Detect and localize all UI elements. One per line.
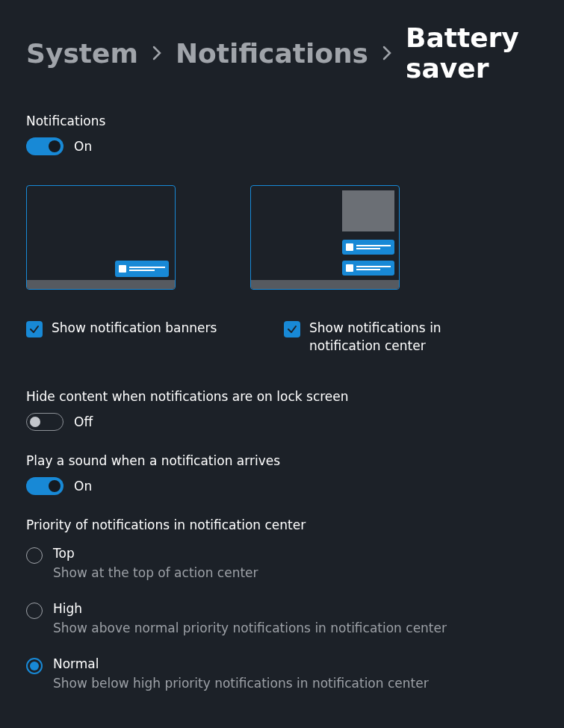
priority-option-desc: Show above normal priority notifications… <box>53 620 447 635</box>
priority-option-title: High <box>53 601 447 616</box>
show-banners-label: Show notification banners <box>52 320 217 337</box>
show-in-center-option[interactable]: Show notifications in notification cente… <box>284 320 493 355</box>
priority-radio-group: Top Show at the top of action center Hig… <box>26 546 538 691</box>
chevron-right-icon <box>382 45 392 61</box>
radio-unselected-icon <box>26 603 43 619</box>
preview-center-item-icon <box>342 261 394 276</box>
hide-content-toggle-state: Off <box>74 414 93 429</box>
preview-center-card[interactable] <box>250 185 400 290</box>
show-banners-option[interactable]: Show notification banners <box>26 320 235 355</box>
play-sound-toggle-state: On <box>74 479 92 494</box>
breadcrumb: System Notifications Battery saver <box>26 22 538 84</box>
checkbox-checked-icon <box>26 321 43 337</box>
priority-option-title: Top <box>53 546 258 561</box>
preview-banner-icon <box>115 261 169 277</box>
priority-option-desc: Show at the top of action center <box>53 565 258 580</box>
radio-unselected-icon <box>26 547 43 564</box>
priority-option-desc: Show below high priority notifications i… <box>53 676 429 691</box>
hide-content-toggle[interactable] <box>26 413 63 431</box>
notifications-toggle-state: On <box>74 139 92 154</box>
play-sound-label: Play a sound when a notification arrives <box>26 453 538 468</box>
radio-selected-icon <box>26 658 43 674</box>
chevron-right-icon <box>152 45 162 61</box>
priority-option-normal[interactable]: Normal Show below high priority notifica… <box>26 656 538 691</box>
preview-taskbar <box>27 280 175 289</box>
preview-center-panel <box>342 190 394 231</box>
play-sound-toggle[interactable] <box>26 477 63 495</box>
breadcrumb-current: Battery saver <box>406 22 538 84</box>
priority-option-title: Normal <box>53 656 429 671</box>
priority-option-high[interactable]: High Show above normal priority notifica… <box>26 601 538 635</box>
priority-option-top[interactable]: Top Show at the top of action center <box>26 546 538 580</box>
preview-center-item-icon <box>342 240 394 255</box>
checkbox-checked-icon <box>284 321 300 337</box>
preview-taskbar <box>251 280 399 289</box>
notifications-toggle[interactable] <box>26 137 63 155</box>
preview-banner-card[interactable] <box>26 185 176 290</box>
breadcrumb-notifications[interactable]: Notifications <box>176 38 368 69</box>
notifications-label: Notifications <box>26 113 538 128</box>
priority-label: Priority of notifications in notificatio… <box>26 517 538 532</box>
breadcrumb-system[interactable]: System <box>26 38 138 69</box>
notification-preview-row <box>26 185 538 290</box>
show-in-center-label: Show notifications in notification cente… <box>309 320 493 355</box>
hide-content-label: Hide content when notifications are on l… <box>26 389 538 404</box>
